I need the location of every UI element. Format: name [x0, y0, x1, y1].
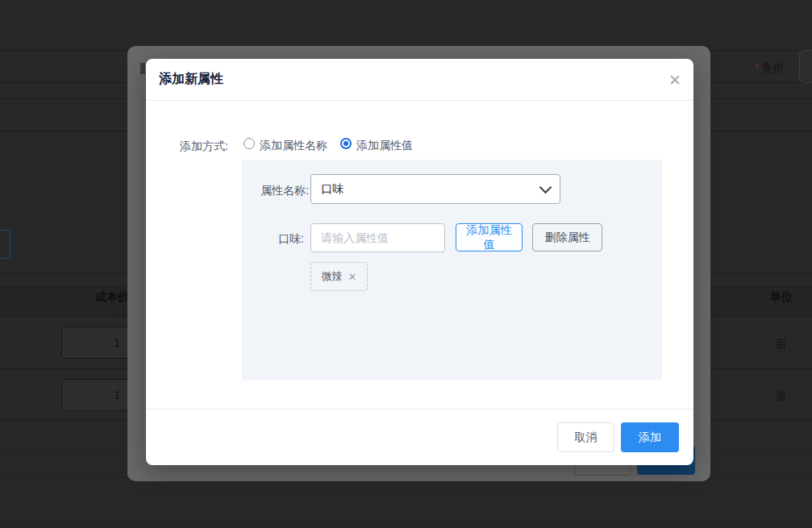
- cost-price-value: 1: [114, 389, 120, 401]
- radio-add-attribute-name-label[interactable]: 添加属性名称: [260, 139, 327, 153]
- attribute-name-selected-value: 口味: [321, 182, 541, 197]
- sale-price-input[interactable]: [799, 50, 812, 83]
- divider-line: [0, 524, 812, 525]
- radio-add-attribute-value[interactable]: [340, 138, 352, 149]
- add-attribute-value-button[interactable]: 添加属性值: [456, 223, 523, 252]
- attribute-name-label: 属性名称:: [242, 184, 309, 198]
- add-attribute-dialog: 添加新属性 ✕ 添加方式: 添加属性名称 添加属性值 属性名称: 口味 口味: …: [146, 59, 693, 465]
- unit-column-header: 单位: [770, 290, 793, 305]
- dimmed-page-backdrop: 成本价 单位 1 亩 1 亩 *售价 ✕ 添加新属性 ✕ 添加方式: 添加属性名…: [0, 0, 812, 528]
- dialog-title: 添加新属性: [159, 71, 223, 88]
- tag-label: 微辣: [322, 269, 343, 284]
- cancel-button[interactable]: 取消: [557, 422, 614, 452]
- attribute-value-tag: 微辣 ✕: [310, 262, 368, 291]
- attribute-value-label: 口味:: [242, 232, 304, 247]
- add-button[interactable]: 添加: [621, 422, 679, 452]
- required-asterisk: *: [755, 61, 759, 74]
- radio-add-attribute-name[interactable]: [244, 138, 255, 149]
- delete-attribute-button[interactable]: 删除属性: [532, 223, 602, 252]
- back-dialog-title-fragment: [140, 63, 145, 74]
- footer-divider: [146, 409, 693, 410]
- add-mode-label: 添加方式:: [146, 139, 228, 154]
- dialog-header: [146, 59, 693, 101]
- cost-price-column-header: 成本价: [95, 290, 129, 305]
- sale-price-field-label: *售价: [755, 61, 784, 76]
- attribute-name-select[interactable]: 口味: [310, 174, 560, 204]
- unit-cell: 亩: [776, 337, 787, 351]
- attribute-value-input[interactable]: [310, 223, 445, 252]
- cost-price-value: 1: [114, 336, 120, 349]
- edge-button-fragment[interactable]: [0, 230, 10, 259]
- attribute-panel: 属性名称: 口味 口味: 添加属性值 删除属性 微辣 ✕: [242, 160, 662, 380]
- unit-cell: 亩: [776, 389, 787, 404]
- radio-selected-dot: [344, 141, 348, 146]
- sale-price-label: 售价: [761, 61, 784, 74]
- close-icon[interactable]: ✕: [664, 69, 686, 91]
- chevron-down-icon: [539, 181, 552, 194]
- radio-add-attribute-value-label[interactable]: 添加属性值: [356, 139, 413, 153]
- tag-remove-icon[interactable]: ✕: [348, 271, 357, 283]
